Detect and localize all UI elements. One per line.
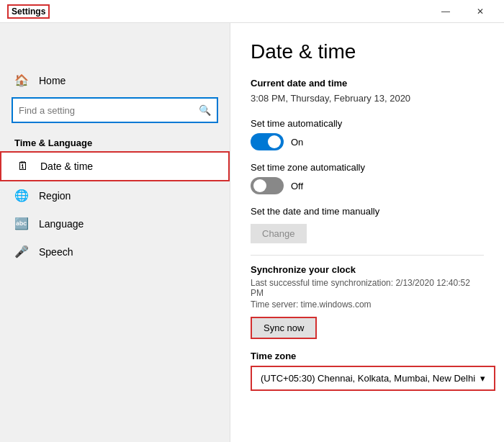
language-label: Language: [39, 218, 84, 230]
sync-info2: Time server: time.windows.com: [251, 299, 484, 310]
search-input[interactable]: [19, 105, 199, 116]
set-time-auto-row: Set time automatically On: [251, 118, 484, 150]
set-time-auto-thumb: [268, 135, 281, 148]
set-timezone-auto-thumb: [253, 179, 266, 192]
sidebar-item-speech[interactable]: 🎤 Speech: [0, 238, 230, 266]
sync-now-button[interactable]: Sync now: [251, 317, 317, 339]
timezone-value: (UTC+05:30) Chennai, Kolkata, Mumbai, Ne…: [261, 373, 475, 384]
set-timezone-auto-state: Off: [291, 181, 303, 191]
timezone-dropdown[interactable]: (UTC+05:30) Chennai, Kolkata, Mumbai, Ne…: [251, 366, 495, 391]
home-label: Home: [39, 75, 66, 86]
sidebar-header: [0, 23, 230, 66]
set-timezone-auto-label: Set time zone automatically: [251, 162, 484, 173]
set-time-auto-toggle-row: On: [251, 133, 484, 150]
chevron-down-icon: ▾: [480, 373, 485, 384]
main-content: Date & time Current date and time 3:08 P…: [230, 23, 504, 442]
close-button[interactable]: ✕: [464, 1, 497, 22]
region-icon: 🌐: [14, 189, 29, 202]
set-manually-label: Set the date and time manually: [251, 206, 484, 217]
sync-section: Synchronize your clock Last successful t…: [251, 264, 484, 339]
sidebar-item-region[interactable]: 🌐 Region: [0, 181, 230, 209]
title-bar: Settings — ✕: [0, 0, 504, 23]
set-time-auto-toggle[interactable]: [251, 133, 284, 150]
page-title: Date & time: [251, 40, 484, 63]
current-date-value: 3:08 PM, Thursday, February 13, 2020: [251, 93, 484, 104]
title-bar-left: Settings: [7, 4, 50, 19]
set-timezone-auto-row: Set time zone automatically Off: [251, 162, 484, 194]
timezone-section: Time zone (UTC+05:30) Chennai, Kolkata, …: [251, 351, 484, 391]
app-title: Settings: [7, 4, 50, 19]
date-time-label: Date & time: [40, 161, 93, 172]
set-manually-row: Set the date and time manually Change: [251, 206, 484, 243]
sync-info1: Last successful time synchronization: 2/…: [251, 278, 484, 298]
set-time-auto-label: Set time automatically: [251, 118, 484, 129]
timezone-label: Time zone: [251, 351, 484, 361]
date-time-icon: 🗓: [16, 160, 30, 173]
set-time-auto-state: On: [291, 137, 303, 148]
sidebar-section-title: Time & Language: [0, 132, 230, 151]
speech-label: Speech: [39, 246, 73, 258]
language-icon: 🔤: [14, 217, 29, 230]
sync-title: Synchronize your clock: [251, 264, 484, 275]
home-icon: 🏠: [14, 73, 29, 87]
search-icon: 🔍: [199, 104, 211, 116]
set-timezone-auto-toggle-row: Off: [251, 177, 484, 194]
search-container: 🔍: [0, 94, 230, 132]
divider: [251, 255, 484, 256]
current-date-section-label: Current date and time: [251, 78, 484, 89]
app-container: 🏠 Home 🔍 Time & Language 🗓 Date & time 🌐…: [0, 23, 504, 442]
sidebar-item-date-time[interactable]: 🗓 Date & time: [0, 151, 230, 181]
sidebar: 🏠 Home 🔍 Time & Language 🗓 Date & time 🌐…: [0, 23, 230, 442]
title-bar-controls: — ✕: [429, 1, 497, 22]
set-timezone-auto-toggle[interactable]: [251, 177, 284, 194]
minimize-button[interactable]: —: [429, 1, 462, 22]
change-button[interactable]: Change: [251, 224, 307, 243]
speech-icon: 🎤: [14, 245, 29, 258]
region-label: Region: [39, 190, 71, 202]
search-box[interactable]: 🔍: [12, 97, 218, 123]
sidebar-item-language[interactable]: 🔤 Language: [0, 209, 230, 238]
sidebar-home-item[interactable]: 🏠 Home: [0, 66, 230, 94]
